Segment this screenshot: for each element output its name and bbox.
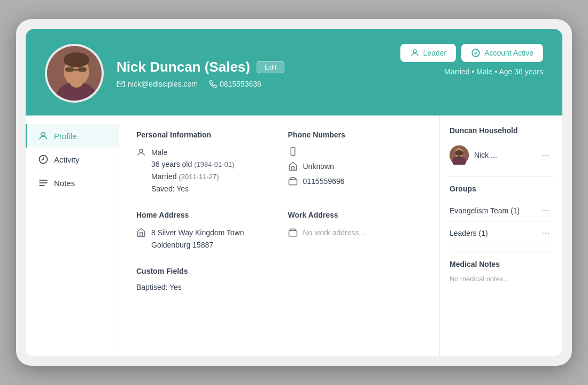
person-meta: Married • Male • Age 36 years bbox=[444, 67, 543, 76]
work-address-value: No work address... bbox=[303, 227, 366, 238]
activity-icon bbox=[38, 154, 49, 165]
svg-rect-17 bbox=[291, 148, 295, 156]
avatar bbox=[45, 44, 104, 103]
address-row: 8 Silver Way Kingdom Town Goldenburg 158… bbox=[136, 227, 271, 251]
household-dots-button[interactable]: ··· bbox=[538, 149, 553, 162]
sidebar-item-activity[interactable]: Activity bbox=[26, 148, 119, 171]
person-icon bbox=[136, 148, 146, 157]
svg-rect-6 bbox=[78, 67, 87, 72]
phone-contact: 0815553636 bbox=[208, 80, 261, 88]
household-item: Nick ... ··· bbox=[450, 141, 553, 169]
profile-icon bbox=[38, 130, 49, 141]
saved-value: Saved: Yes bbox=[151, 183, 234, 195]
phone-icon bbox=[208, 80, 217, 88]
sidebar-item-notes[interactable]: Notes bbox=[26, 171, 119, 195]
phone-title: Phone Numbers bbox=[288, 130, 423, 139]
mobile-row bbox=[288, 147, 423, 156]
group-dots-button-1[interactable]: ··· bbox=[538, 226, 553, 240]
edit-button[interactable]: Edit bbox=[257, 61, 284, 73]
home-icon bbox=[288, 161, 298, 171]
gender-row: Male 36 years old (1984-01-01) Married (… bbox=[136, 147, 271, 195]
activity-label: Activity bbox=[54, 155, 80, 164]
profile-header: Nick Duncan (Sales) Edit nick@edisciples… bbox=[26, 29, 562, 116]
personal-info-title: Personal Information bbox=[136, 130, 271, 139]
work-address-row: No work address... bbox=[288, 227, 423, 238]
custom-fields-title: Custom Fields bbox=[136, 267, 271, 275]
home-address-section: Home Address 8 Silver Way Kingdom Town G… bbox=[136, 211, 271, 254]
household-title: Duncan Household bbox=[450, 126, 553, 135]
leader-icon bbox=[410, 48, 420, 58]
notes-label: Notes bbox=[54, 179, 75, 188]
work-phone-icon bbox=[288, 176, 298, 186]
profile-label: Profile bbox=[54, 132, 77, 141]
home-address-title: Home Address bbox=[136, 211, 271, 219]
home-row: Unknown bbox=[288, 161, 423, 171]
svg-point-11 bbox=[42, 132, 45, 136]
svg-rect-19 bbox=[289, 179, 297, 185]
gender-value: Male bbox=[151, 147, 234, 158]
work-address-title: Work Address bbox=[288, 211, 423, 219]
main-content: Personal Information Male 36 years old (… bbox=[119, 116, 439, 356]
group-item-1: Leaders (1) ··· bbox=[450, 222, 553, 244]
phone-numbers-section: Phone Numbers Unknown 0115559696 bbox=[288, 130, 423, 198]
medical-notes-value: No medical notes... bbox=[450, 275, 553, 283]
household-avatar bbox=[450, 145, 469, 165]
group-item-0: Evangelism Team (1) ··· bbox=[450, 199, 553, 222]
header-actions: Leader Account Active Married • Male • A… bbox=[400, 44, 543, 76]
leader-button[interactable]: Leader bbox=[400, 44, 457, 62]
app-body: Profile Activity Notes Personal Informat… bbox=[26, 116, 562, 356]
header-buttons: Leader Account Active bbox=[400, 44, 543, 62]
svg-rect-7 bbox=[74, 69, 78, 71]
group-name-0: Evangelism Team (1) bbox=[450, 206, 520, 215]
checkmark-icon bbox=[471, 48, 481, 58]
notes-icon bbox=[38, 178, 49, 188]
group-name-1: Leaders (1) bbox=[450, 229, 488, 237]
sidebar: Profile Activity Notes bbox=[26, 116, 119, 356]
custom-field-baptised: Baptised: Yes bbox=[136, 283, 271, 291]
device-frame: Nick Duncan (Sales) Edit nick@edisciples… bbox=[16, 19, 572, 366]
home-address-icon bbox=[136, 228, 146, 237]
work-address-section: Work Address No work address... bbox=[288, 211, 423, 254]
svg-rect-20 bbox=[289, 231, 297, 237]
email-contact: nick@edisciples.com bbox=[117, 80, 198, 88]
address-line2: Goldenburg 15887 bbox=[151, 239, 244, 251]
email-icon bbox=[117, 80, 125, 88]
divider-1 bbox=[450, 176, 553, 177]
svg-point-9 bbox=[413, 50, 416, 53]
groups-title: Groups bbox=[450, 184, 553, 193]
age-value: 36 years old (1984-01-01) bbox=[151, 158, 234, 171]
divider-2 bbox=[450, 252, 553, 252]
header-contact: nick@edisciples.com 0815553636 bbox=[117, 80, 543, 88]
work-phone-row: 0115559696 bbox=[288, 176, 423, 186]
app-container: Nick Duncan (Sales) Edit nick@edisciples… bbox=[26, 29, 562, 356]
right-panel: Duncan Household Nick ... ··· Group bbox=[439, 116, 562, 356]
medical-title: Medical Notes bbox=[450, 260, 553, 268]
svg-point-4 bbox=[64, 52, 89, 67]
sidebar-item-profile[interactable]: Profile bbox=[26, 124, 119, 148]
svg-point-16 bbox=[140, 149, 143, 152]
work-address-icon bbox=[288, 228, 298, 237]
custom-fields-section: Custom Fields Baptised: Yes bbox=[136, 267, 271, 291]
personal-info-section: Personal Information Male 36 years old (… bbox=[136, 130, 271, 198]
household-member-name: Nick ... bbox=[474, 151, 533, 159]
person-name: Nick Duncan (Sales) bbox=[117, 59, 250, 75]
svg-point-23 bbox=[455, 150, 463, 156]
marital-value: Married (2011-11-27) bbox=[151, 171, 234, 183]
mobile-icon bbox=[288, 147, 298, 156]
svg-rect-5 bbox=[65, 67, 74, 72]
group-dots-button-0[interactable]: ··· bbox=[538, 204, 553, 217]
address-line1: 8 Silver Way Kingdom Town bbox=[151, 227, 244, 238]
account-active-button[interactable]: Account Active bbox=[461, 44, 543, 62]
